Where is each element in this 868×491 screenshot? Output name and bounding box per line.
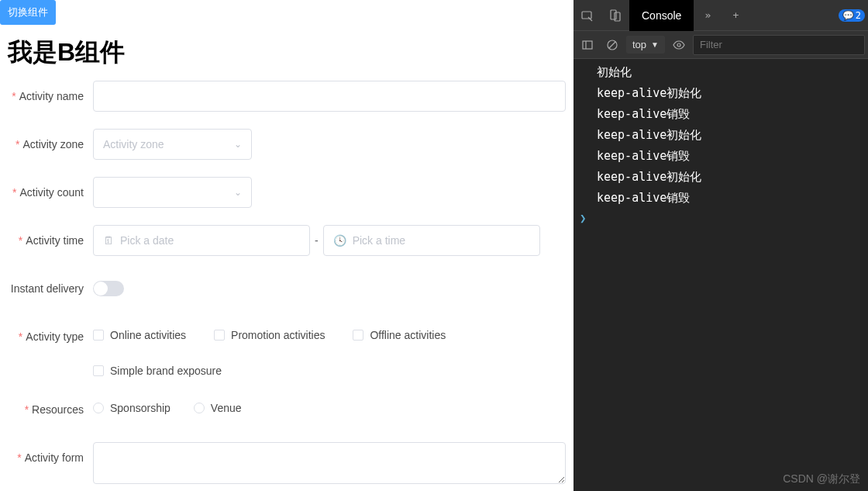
log-line: keep-alive初始化 — [574, 167, 868, 188]
activity-form-label: Activity form — [8, 442, 93, 473]
log-line: 初始化 — [574, 62, 868, 83]
device-icon[interactable] — [601, 0, 629, 31]
activity-zone-select[interactable]: Activity zone ⌄ — [93, 129, 252, 160]
checkbox-simple[interactable]: Simple brand exposure — [93, 365, 566, 377]
devtools-pane: Console » + 💬2 top▼ 初始化 keep-alive初始化 ke… — [574, 0, 868, 491]
checkbox-offline[interactable]: Offline activities — [353, 329, 446, 341]
activity-type-label: Activity type — [8, 321, 93, 352]
radio-venue[interactable]: Venue — [194, 402, 242, 414]
live-expression-icon[interactable] — [668, 34, 690, 56]
radio-sponsorship[interactable]: Sponsorship — [93, 402, 170, 414]
inspect-icon[interactable] — [574, 0, 601, 31]
more-tabs-icon[interactable]: » — [694, 0, 722, 31]
issues-badge[interactable]: 💬2 — [839, 9, 865, 22]
svg-point-7 — [677, 43, 680, 47]
time-placeholder: Pick a time — [353, 234, 405, 247]
checkbox-label: Promotion activities — [231, 329, 325, 341]
add-tab-icon[interactable]: + — [722, 0, 749, 31]
checkbox-icon — [93, 365, 104, 376]
calendar-icon: 🗓 — [103, 234, 114, 247]
chevron-down-icon: ⌄ — [234, 187, 242, 198]
log-line: keep-alive销毁 — [574, 146, 868, 167]
sidebar-toggle-icon[interactable] — [577, 34, 598, 56]
resources-label: Resources — [8, 394, 93, 425]
checkbox-icon — [93, 330, 104, 341]
radio-label: Sponsorship — [110, 402, 170, 414]
console-prompt[interactable]: ❯ — [574, 209, 868, 227]
log-line: keep-alive初始化 — [574, 83, 868, 104]
activity-count-select[interactable]: ⌄ — [93, 177, 252, 208]
time-picker[interactable]: 🕓 Pick a time — [323, 225, 540, 256]
radio-icon — [93, 403, 104, 413]
activity-name-label: Activity name — [8, 81, 93, 112]
activity-form: Activity name Activity zone Activity zon… — [0, 81, 574, 491]
radio-label: Venue — [211, 402, 242, 414]
log-line: keep-alive初始化 — [574, 125, 868, 146]
date-placeholder: Pick a date — [120, 234, 174, 247]
checkbox-online[interactable]: Online activities — [93, 329, 186, 341]
checkbox-promotion[interactable]: Promotion activities — [214, 329, 325, 341]
console-log: 初始化 keep-alive初始化 keep-alive销毁 keep-aliv… — [574, 59, 868, 491]
clock-icon: 🕓 — [333, 234, 346, 247]
activity-zone-label: Activity zone — [8, 129, 93, 160]
watermark: CSDN @谢尔登 — [783, 472, 860, 486]
checkbox-label: Online activities — [110, 329, 186, 341]
svg-line-6 — [609, 42, 615, 48]
checkbox-icon — [353, 330, 363, 341]
switch-component-button[interactable]: 切换组件 — [0, 0, 56, 25]
svg-rect-1 — [611, 10, 616, 19]
instant-delivery-switch[interactable] — [93, 281, 124, 296]
activity-form-textarea[interactable] — [93, 442, 566, 484]
console-toolbar: top▼ — [574, 31, 868, 59]
devtools-tabs: Console » + 💬2 — [574, 0, 868, 31]
checkbox-label: Simple brand exposure — [110, 365, 222, 377]
console-tab[interactable]: Console — [629, 0, 694, 31]
page-title: 我是B组件 — [0, 25, 574, 81]
svg-rect-3 — [583, 41, 592, 49]
time-separator: - — [310, 225, 323, 256]
svg-rect-0 — [582, 12, 591, 19]
log-line: keep-alive销毁 — [574, 104, 868, 125]
filter-input[interactable] — [693, 35, 865, 55]
date-picker[interactable]: 🗓 Pick a date — [93, 225, 310, 256]
checkbox-label: Offline activities — [370, 329, 446, 341]
context-selector[interactable]: top▼ — [626, 36, 665, 54]
app-pane: 切换组件 我是B组件 Activity name Activity zone A… — [0, 0, 574, 491]
radio-icon — [194, 403, 205, 413]
activity-count-label: Activity count — [8, 177, 93, 208]
activity-zone-placeholder: Activity zone — [103, 138, 164, 150]
chevron-down-icon: ⌄ — [234, 139, 242, 150]
log-line: keep-alive销毁 — [574, 188, 868, 209]
activity-time-label: Activity time — [8, 225, 93, 256]
checkbox-icon — [214, 330, 225, 341]
activity-name-input[interactable] — [93, 81, 566, 112]
instant-delivery-label: Instant delivery — [8, 273, 93, 304]
clear-console-icon[interactable] — [601, 34, 623, 56]
